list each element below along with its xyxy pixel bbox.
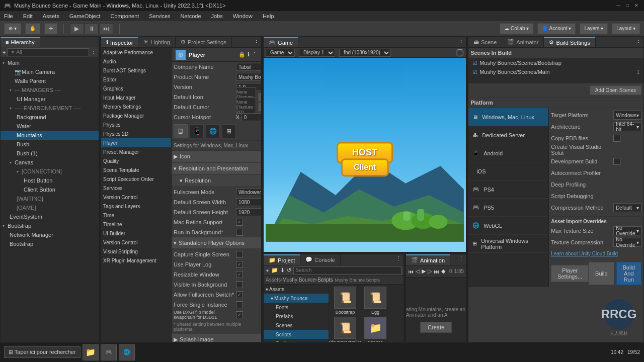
default-height-input[interactable] [236,208,261,216]
menu-help[interactable]: Help [261,12,276,20]
anim-play-btn[interactable]: ▶ [422,268,426,275]
h-game[interactable]: [GAME] [1,203,99,212]
taskbar-unity[interactable]: 🎮 [101,344,117,360]
tree-scenes[interactable]: Scenes [264,321,329,330]
platform-uwp[interactable]: ⊞ Universal Windows Platform [468,235,548,253]
breadcrumb-mushy[interactable]: Mushy Bounce [282,277,315,283]
menu-gameobject[interactable]: GameObject [67,12,103,20]
platform-ps5[interactable]: 🎮 PS5 [468,199,548,217]
close-button[interactable]: ✕ [633,2,640,9]
settings-item-scene-template[interactable]: Scene Template [101,165,171,174]
scene-tab[interactable]: 🏔 Scene [468,37,502,47]
anim-keyframe-btn[interactable]: ◆ [441,268,445,275]
anim-tab[interactable]: 🎬 Animation [406,254,450,265]
lock-icon[interactable]: 🔒 [238,51,246,58]
tree-assets[interactable]: ▾ Assets [264,285,329,294]
display-select[interactable]: Display 1 [299,49,335,57]
lighting-tab[interactable]: ☀ Lighting [138,37,176,47]
taskbar-browser[interactable]: 🌐 [119,344,135,360]
create-anim-btn[interactable]: Create [420,322,452,333]
scene-bootstrap[interactable]: ☑ Mushy Bounce/Scenes/Bootstrap [468,58,643,67]
run-background-checkbox[interactable] [236,229,243,236]
info-icon[interactable]: ℹ [248,51,250,58]
h-network-manager[interactable]: Network Manager [1,230,99,239]
console-tab[interactable]: 💬 Console [300,254,340,265]
game-tab[interactable]: 🎮 Game [264,37,298,47]
h-mountains[interactable]: Mountains [1,131,99,140]
select-cursor-btn[interactable]: Select [258,103,261,112]
capture-screen-checkbox[interactable] [236,251,243,258]
toolbar-move-btn[interactable]: ✛ [44,23,57,34]
hierarchy-menu-btn[interactable]: ⋮ [91,49,97,55]
target-platform-dropdown[interactable]: Windows ▾ [613,111,641,120]
scene-checkbox[interactable]: ☑ [472,60,477,66]
anim-prev-btn[interactable]: ⏮ [408,268,414,275]
allow-fullscreen-checkbox[interactable]: ✓ [236,291,243,298]
settings-item-audio[interactable]: Audio [101,57,171,66]
h-client-button[interactable]: Client Button [1,185,99,194]
settings-item-preset[interactable]: Preset Manager [101,147,171,156]
compression-dropdown[interactable]: Default ▾ [613,203,641,212]
texture-compress-dropdown[interactable]: No Override ▾ [613,238,641,247]
add-btn[interactable]: + [266,267,269,274]
settings-item-burst[interactable]: Burst AOT Settings [101,66,171,75]
layout-btn[interactable]: Layout ▾ [612,23,640,34]
resolution-subsection[interactable]: ▾ Resolution [172,175,261,186]
settings-item-graphics[interactable]: Graphics [101,84,171,93]
use-player-log-checkbox[interactable]: ✓ [236,261,243,268]
game-select[interactable]: Game [266,49,295,57]
webgl-platform-icon[interactable]: 🌐 [206,124,220,138]
menu-component[interactable]: Component [108,12,141,20]
animator-tab[interactable]: 🎬 Animator [502,37,544,47]
h-waiting[interactable]: [WAITING] [1,194,99,203]
import-icon[interactable]: ⬇ [280,267,285,274]
settings-item-editor[interactable]: Editor [101,75,171,84]
panel-menu-btn[interactable]: ⋮ [252,37,261,47]
settings-item-adaptive[interactable]: Adaptive Performance [101,48,171,57]
settings-item-memory[interactable]: Memory Settings [101,102,171,111]
h-main[interactable]: ▾ Main [1,58,99,67]
platform-ps4[interactable]: 🎮 PS4 [468,180,548,199]
dev-build-checkbox[interactable] [613,158,620,165]
h-bootstrap-root[interactable]: ▾ Bootstrap [1,221,99,230]
maximize-button[interactable]: □ [624,2,631,9]
play-button[interactable]: ▶ [70,23,84,34]
force-single-checkbox[interactable] [236,301,243,308]
resolution-section-header[interactable]: ▾ Resolution and Presentation [172,163,261,174]
menu-jobs[interactable]: Jobs [209,12,225,20]
platform-ios[interactable]: iOS [468,162,548,180]
build-menu-btn[interactable]: ⋮ [634,37,643,47]
inspector-tab[interactable]: ℹ Inspector [101,37,138,47]
h-background[interactable]: Background [1,113,99,122]
file-egg[interactable]: 📜 Egg [361,287,389,315]
titlebar-controls[interactable]: — □ ✕ [615,2,640,9]
menu-file[interactable]: File [2,12,15,20]
cursor-x-input[interactable] [242,113,261,121]
menu-window[interactable]: Window [231,12,255,20]
tree-fonts[interactable]: Fonts [264,303,329,312]
build-settings-tab[interactable]: ⚙ Build Settings [544,37,595,47]
architecture-dropdown[interactable]: Intel 64-bit ▾ [613,122,641,131]
toolbar-hand-btn[interactable]: ✋ [25,23,40,34]
tree-prefabs[interactable]: Prefabs [264,312,329,321]
settings-item-package[interactable]: Package Manager [101,111,171,120]
cloud-build-link[interactable]: Learn about Unity Cloud Build [551,251,641,256]
project-search[interactable] [293,266,402,275]
h-bush[interactable]: Bush [1,140,99,149]
product-name-input[interactable] [236,73,261,81]
account-btn[interactable]: 👤 Account ▾ [537,23,576,34]
scene-main[interactable]: ☑ Mushy Bounce/Scenes/Main 1 [468,67,643,76]
toolbar-transform-btn[interactable]: ⊕ ▾ [4,23,21,34]
file-scenes[interactable]: 📁 Scenes [361,317,389,345]
hierarchy-add-btn[interactable]: + [3,49,6,55]
anim-menu-btn[interactable]: ⋮ [456,254,466,265]
h-main-camera[interactable]: 📷 Main Camera [1,67,99,76]
start-btn[interactable]: ⊞ Taper ici pour rechercher [4,346,80,358]
player-settings-btn[interactable]: Player Settings... [551,265,589,282]
refresh-icon[interactable]: ↺ [287,267,291,274]
settings-item-xr[interactable]: XR Plugin Management [101,256,171,265]
h-ui-manager[interactable]: UI Manager [1,95,99,104]
h-environnement[interactable]: ▾ ---- ENVIRONNEMENT ---- [1,104,99,113]
settings-item-visual[interactable]: Visual Scripting [101,247,171,256]
taskbar-explorer[interactable]: 📁 [83,344,99,360]
